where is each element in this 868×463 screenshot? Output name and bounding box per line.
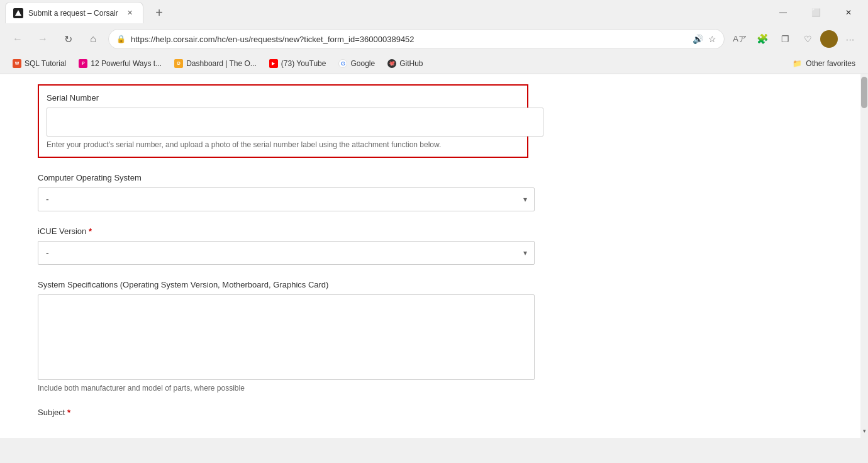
subject-label: Subject * xyxy=(38,408,528,417)
scrollbar[interactable]: ▾ xyxy=(860,74,868,438)
svg-marker-0 xyxy=(15,10,21,16)
address-bar-actions: Aア 🧩 ❐ ♡ ··· xyxy=(730,29,860,49)
computer-os-select[interactable]: - Windows 10 Windows 11 macOS Linux xyxy=(38,187,535,211)
page: Serial Number Enter your product's seria… xyxy=(0,74,868,438)
system-specs-hint: Include both manufacturer and model of p… xyxy=(38,384,528,393)
github-icon: 🐙 xyxy=(389,60,395,66)
subject-group: Subject * xyxy=(38,408,528,417)
active-tab[interactable]: Submit a request – Corsair ✕ xyxy=(5,2,143,23)
computer-os-select-wrapper: - Windows 10 Windows 11 macOS Linux xyxy=(38,187,535,211)
extensions-button[interactable]: 🧩 xyxy=(752,29,772,49)
bookmark-label: Dashboard | The O... xyxy=(186,59,257,68)
system-specs-group: System Specifications (Operating System … xyxy=(38,280,528,393)
page-content: Serial Number Enter your product's seria… xyxy=(0,74,860,438)
subject-required-marker: * xyxy=(67,408,70,417)
serial-number-label: Serial Number xyxy=(47,93,520,103)
required-marker: * xyxy=(89,226,92,236)
computer-os-label: Computer Operating System xyxy=(38,173,528,182)
back-button[interactable]: ← xyxy=(8,29,28,49)
computer-os-group: Computer Operating System - Windows 10 W… xyxy=(38,173,528,211)
tab-favicon xyxy=(13,8,23,18)
minimize-button[interactable]: — xyxy=(769,3,798,22)
youtube-icon: ▶ xyxy=(272,61,275,66)
w3-icon: W xyxy=(15,61,19,65)
bookmark-youtube[interactable]: ▶ (73) YouTube xyxy=(264,55,331,72)
scrollbar-thumb[interactable] xyxy=(861,77,867,108)
titlebar: Submit a request – Corsair ✕ + — ⬜ ✕ xyxy=(0,0,868,25)
folder-icon: 📁 xyxy=(793,59,802,68)
tab-close-button[interactable]: ✕ xyxy=(124,8,135,19)
scroll-down-arrow[interactable]: ▾ xyxy=(861,427,867,435)
home-button[interactable]: ⌂ xyxy=(83,29,103,49)
system-specs-textarea[interactable] xyxy=(38,294,535,380)
star-icon: ☆ xyxy=(708,34,716,44)
system-specs-label: System Specifications (Operating System … xyxy=(38,280,528,289)
bookmark-12-powerful[interactable]: P 12 Powerful Ways t... xyxy=(74,55,167,72)
pluralsight-icon: P xyxy=(82,61,85,65)
other-favorites-button[interactable]: 📁 Other favorites xyxy=(787,55,860,72)
bookmark-label: Google xyxy=(350,59,375,68)
other-favorites-label: Other favorites xyxy=(806,59,855,68)
profile-button[interactable] xyxy=(820,30,838,48)
bookmark-label: 12 Powerful Ways t... xyxy=(91,59,162,68)
collections-button[interactable]: ❐ xyxy=(775,29,795,49)
url-bar[interactable]: 🔒 https://help.corsair.com/hc/en-us/requ… xyxy=(108,29,725,49)
new-tab-button[interactable]: + xyxy=(148,2,170,23)
bookmarks-bar: W SQL Tutorial P 12 Powerful Ways t... D… xyxy=(0,53,868,74)
bookmark-label: SQL Tutorial xyxy=(25,59,66,68)
icue-version-select[interactable]: - 4.x 5.x 3.x xyxy=(38,241,535,265)
close-button[interactable]: ✕ xyxy=(834,3,863,22)
dashboard-icon: D xyxy=(177,61,181,65)
addressbar: ← → ↻ ⌂ 🔒 https://help.corsair.com/hc/en… xyxy=(0,25,868,53)
read-aloud-icon: 🔊 xyxy=(693,34,703,44)
url-text: https://help.corsair.com/hc/en-us/reques… xyxy=(131,35,687,44)
maximize-button[interactable]: ⬜ xyxy=(801,3,830,22)
serial-number-hint: Enter your product's serial number, and … xyxy=(47,140,520,149)
form-section: Serial Number Enter your product's seria… xyxy=(0,74,566,438)
bookmark-label: GitHub xyxy=(399,59,423,68)
forward-button[interactable]: → xyxy=(33,29,53,49)
google-icon: G xyxy=(341,60,345,67)
corsair-icon xyxy=(14,9,22,17)
more-button[interactable]: ··· xyxy=(840,29,860,49)
refresh-button[interactable]: ↻ xyxy=(58,29,78,49)
icue-version-select-wrapper: - 4.x 5.x 3.x xyxy=(38,241,535,265)
serial-number-group: Serial Number Enter your product's seria… xyxy=(38,84,528,158)
bookmark-dashboard[interactable]: D Dashboard | The O... xyxy=(169,55,262,72)
lock-icon: 🔒 xyxy=(116,35,126,43)
tab-title: Submit a request – Corsair xyxy=(28,9,119,18)
bookmark-label: (73) YouTube xyxy=(281,59,326,68)
bookmark-github[interactable]: 🐙 GitHub xyxy=(382,55,428,72)
bookmark-sql-tutorial[interactable]: W SQL Tutorial xyxy=(8,55,71,72)
favorites-button[interactable]: ♡ xyxy=(798,29,818,49)
bookmark-google[interactable]: G Google xyxy=(333,55,380,72)
window-controls: — ⬜ ✕ xyxy=(769,3,863,22)
read-aloud-button[interactable]: Aア xyxy=(730,29,750,49)
icue-version-group: iCUE Version * - 4.x 5.x 3.x xyxy=(38,226,528,265)
icue-version-label: iCUE Version * xyxy=(38,226,528,236)
serial-number-input[interactable] xyxy=(47,108,543,137)
